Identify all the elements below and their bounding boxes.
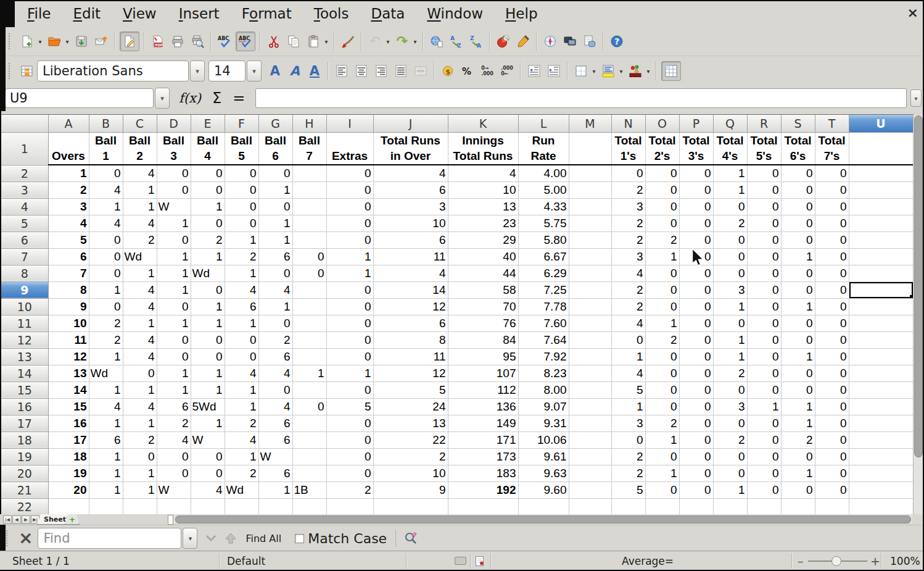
cell-extras[interactable]: 0 <box>326 281 373 298</box>
row-header-14[interactable]: 14 <box>1 365 48 381</box>
cell-ball[interactable]: 0 <box>123 448 157 465</box>
cell-total-count[interactable]: 0 <box>679 331 713 348</box>
cell-over-runs[interactable]: 13 <box>373 415 448 431</box>
underline-button[interactable]: A <box>306 62 323 80</box>
percent-button[interactable]: % <box>459 62 476 80</box>
header-cell[interactable]: Total 1's <box>611 132 645 165</box>
cell-extras[interactable]: 1 <box>326 265 373 281</box>
cell-innings-total[interactable]: 95 <box>448 348 518 365</box>
cell-ball[interactable]: 0 <box>258 198 292 215</box>
cell-total-count[interactable]: 0 <box>781 265 815 281</box>
cell-ball[interactable]: 1 <box>258 231 292 248</box>
cell-total-count[interactable]: 3 <box>611 198 645 215</box>
cell-total-count[interactable]: 0 <box>815 398 849 415</box>
cell-ball[interactable] <box>292 431 326 448</box>
cell-over[interactable]: 12 <box>48 348 89 365</box>
cell-total-count[interactable]: 0 <box>713 448 747 465</box>
cell-ball[interactable]: 1 <box>225 315 258 331</box>
cell-extras[interactable]: 5 <box>326 398 373 415</box>
new-document-dropdown-icon[interactable]: ▾ <box>37 38 43 45</box>
cell-total-count[interactable]: 0 <box>713 465 747 481</box>
cell-total-count[interactable]: 0 <box>781 281 815 298</box>
cell-total-count[interactable]: 0 <box>781 165 815 181</box>
cell-total-count[interactable]: 2 <box>781 431 815 448</box>
cell-total-count[interactable]: 0 <box>747 298 781 315</box>
cell-ball[interactable]: 1 <box>157 315 191 331</box>
draw-functions-button[interactable] <box>514 33 532 50</box>
match-case-label[interactable]: Match Case <box>308 531 387 546</box>
auto-spellcheck-button[interactable]: ABC <box>236 31 255 51</box>
sheet-nav-buttons[interactable]: |◀◀▶▶| <box>3 515 40 524</box>
align-left-button[interactable] <box>333 62 350 80</box>
print-preview-button[interactable] <box>189 33 206 50</box>
header-cell[interactable]: Total 4's <box>713 132 747 165</box>
cell-ball[interactable]: 2 <box>157 415 191 431</box>
cell-ball[interactable]: 4 <box>123 331 157 348</box>
cell-innings-total[interactable]: 10 <box>448 181 518 198</box>
cell-ball[interactable]: 1 <box>258 298 292 315</box>
close-find-bar-icon[interactable]: × <box>19 529 33 548</box>
header-cell[interactable]: Ball 1 <box>89 132 123 165</box>
cell-total-count[interactable]: 0 <box>679 165 713 181</box>
column-header-O[interactable]: O <box>645 115 679 132</box>
cell-ball[interactable]: 1 <box>157 215 191 231</box>
cell-total-count[interactable]: 0 <box>747 381 781 398</box>
export-pdf-button[interactable]: PDF <box>149 33 167 50</box>
sum-icon[interactable]: Σ <box>212 90 221 107</box>
cell-total-count[interactable]: 2 <box>713 365 747 381</box>
cell[interactable] <box>849 415 913 431</box>
redo-button[interactable]: ↷ <box>394 33 411 50</box>
cell-over[interactable]: 8 <box>48 281 89 298</box>
cell-total-count[interactable]: 0 <box>713 248 747 265</box>
cell-extras[interactable]: 1 <box>326 248 373 265</box>
find-input[interactable] <box>38 528 181 549</box>
row-header-9[interactable]: 9 <box>1 281 48 298</box>
cell-ball[interactable]: 4 <box>225 365 258 381</box>
cell[interactable] <box>569 231 611 248</box>
cell-ball[interactable]: 0 <box>157 298 191 315</box>
cell-ball[interactable]: 1 <box>123 315 157 331</box>
format-paintbrush-button[interactable] <box>339 33 357 50</box>
cell-total-count[interactable]: 1 <box>713 181 747 198</box>
cell-extras[interactable] <box>326 498 373 515</box>
cell-ball[interactable]: Wd <box>89 365 123 381</box>
cell-ball[interactable]: 1 <box>89 381 123 398</box>
equals-icon[interactable]: = <box>233 90 245 107</box>
cell-total-count[interactable]: 0 <box>747 365 781 381</box>
cell-ball[interactable]: 0 <box>292 248 326 265</box>
cell-ball[interactable]: 0 <box>89 298 123 315</box>
cell[interactable] <box>849 381 913 398</box>
find-history-dropdown-icon[interactable]: ▾ <box>183 528 197 549</box>
cell-total-count[interactable]: 1 <box>645 431 679 448</box>
cell-ball[interactable]: W <box>258 448 292 465</box>
cell-ball[interactable]: 1 <box>123 181 157 198</box>
cell-over[interactable]: 16 <box>48 415 89 431</box>
header-cell[interactable]: Ball 7 <box>292 132 326 165</box>
cell-ball[interactable]: 0 <box>225 331 258 348</box>
cell-ball[interactable]: 4 <box>89 398 123 415</box>
cell[interactable] <box>849 365 913 381</box>
header-cell[interactable]: Total 2's <box>645 132 679 165</box>
cell-ball[interactable]: 1 <box>89 448 123 465</box>
cell[interactable] <box>849 315 913 331</box>
cell-innings-total[interactable]: 58 <box>448 281 518 298</box>
cell[interactable] <box>569 381 611 398</box>
cell[interactable] <box>569 498 611 515</box>
cell-total-count[interactable]: 0 <box>815 165 849 181</box>
cell-over-runs[interactable]: 12 <box>373 298 448 315</box>
column-header-U[interactable]: U <box>849 115 913 132</box>
cell-run-rate[interactable] <box>518 498 569 515</box>
delete-decimal-button[interactable]: .000 0← <box>498 62 516 80</box>
cell-total-count[interactable]: 1 <box>713 481 747 498</box>
cell-run-rate[interactable]: 9.31 <box>518 415 569 431</box>
cell-ball[interactable]: Wd <box>191 265 225 281</box>
row-header-16[interactable]: 16 <box>1 398 48 415</box>
name-box-dropdown-icon[interactable]: ▾ <box>155 88 170 109</box>
column-header-P[interactable]: P <box>679 115 713 132</box>
sort-descending-button[interactable]: ZA <box>468 33 485 50</box>
increase-indent-button[interactable] <box>545 62 563 80</box>
cell-total-count[interactable]: 0 <box>747 198 781 215</box>
paste-button[interactable] <box>305 33 322 50</box>
menu-edit[interactable]: Edit <box>62 0 112 27</box>
cell-run-rate[interactable]: 8.00 <box>518 381 569 398</box>
